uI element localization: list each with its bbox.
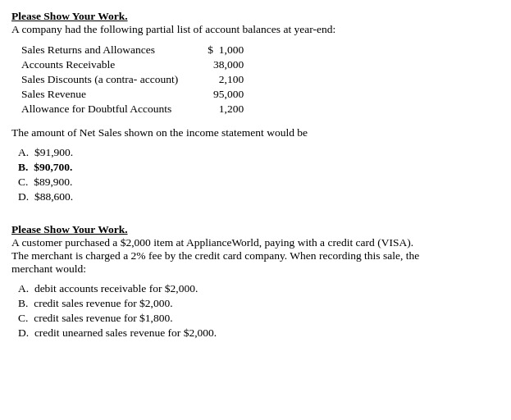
choice-b: B. credit sales revenue for $2,000. [18,297,500,310]
choice-label: D. [18,190,34,203]
section2-choices: A. debit accounts receivable for $2,000.… [18,282,500,340]
choice-c: C. credit sales revenue for $1,800. [18,312,500,325]
choice-a: A. debit accounts receivable for $2,000. [18,282,500,295]
table-row: Sales Revenue 95,000 [18,87,247,102]
account-amount: 38,000 [181,57,247,72]
account-name: Accounts Receivable [18,57,181,72]
account-amount: 2,100 [181,72,247,87]
choice-label: A. [18,146,34,158]
section1-intro: A company had the following partial list… [11,23,500,36]
choice-label: D. [18,326,34,339]
choice-d: D. $88,600. [18,190,500,203]
choice-text: $91,900. [34,146,73,158]
choice-text: credit sales revenue for $1,800. [34,312,172,324]
section1-choices: A. $91,900. B. $90,700. C. $89,900. D. $… [18,146,500,203]
table-row: Allowance for Doubtful Accounts 1,200 [18,102,247,116]
choice-b: B. $90,700. [18,161,500,174]
choice-label: B. [18,297,34,309]
account-amount: $ 1,000 [181,43,247,57]
table-row: Sales Discounts (a contra- account) 2,10… [18,72,247,87]
account-name: Sales Discounts (a contra- account) [18,72,181,87]
choice-text: $89,900. [34,176,72,188]
section2-intro-line1: A customer purchased a $2,000 item at Ap… [11,236,500,249]
section-1: Please Show Your Work. A company had the… [11,10,500,203]
section1-question: The amount of Net Sales shown on the inc… [11,126,500,139]
choice-c: C. $89,900. [18,176,500,189]
accounts-table: Sales Returns and Allowances $ 1,000 Acc… [18,43,247,116]
choice-label: A. [18,282,34,294]
choice-text: $90,700. [34,161,72,173]
account-amount: 95,000 [181,87,247,102]
choice-label: C. [18,312,34,324]
choice-a: A. $91,900. [18,146,500,159]
section2-intro-line3: merchant would: [11,262,500,276]
section2-title: Please Show Your Work. [11,223,500,236]
choice-label: B. [18,161,34,173]
section2-intro-line2: The merchant is charged a 2% fee by the … [11,249,500,262]
account-name: Sales Revenue [18,87,181,102]
choice-text: debit accounts receivable for $2,000. [34,282,198,294]
choice-text: credit unearned sales revenue for $2,000… [34,326,217,339]
choice-text: credit sales revenue for $2,000. [34,297,172,309]
table-row: Sales Returns and Allowances $ 1,000 [18,43,247,57]
section-divider [11,215,500,223]
section1-title: Please Show Your Work. [11,10,500,23]
account-name: Sales Returns and Allowances [18,43,181,57]
choice-label: C. [18,176,34,188]
account-name: Allowance for Doubtful Accounts [18,102,181,116]
choice-d: D. credit unearned sales revenue for $2,… [18,326,500,340]
table-row: Accounts Receivable 38,000 [18,57,247,72]
account-amount: 1,200 [181,102,247,116]
section-2: Please Show Your Work. A customer purcha… [11,223,500,340]
choice-text: $88,600. [34,190,73,203]
